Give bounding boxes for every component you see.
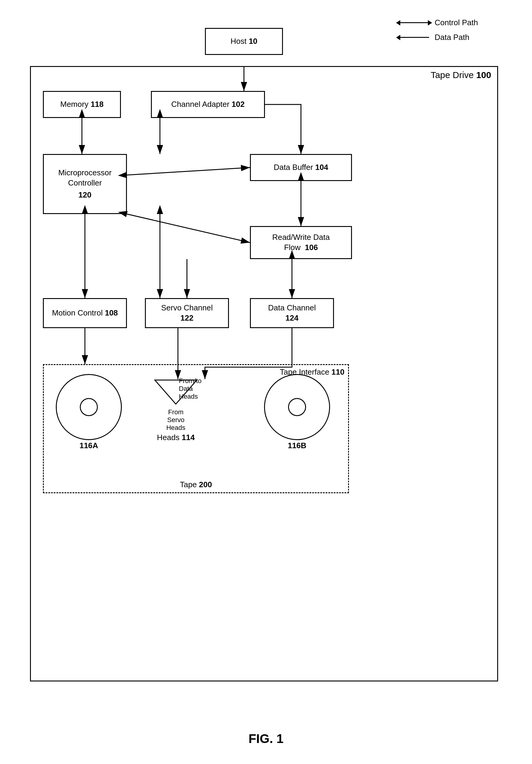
reel-b-label: 116B <box>288 441 306 450</box>
data-channel-label: Data Channel <box>268 303 316 313</box>
data-channel-box: Data Channel 124 <box>250 298 334 328</box>
heads-area: FromServoHeads From/toDataHeads Heads 11… <box>146 377 206 442</box>
tape-interface-box: Tape Interface 110 116A 116B <box>43 364 349 493</box>
tape-drive-label: Tape Drive 100 <box>431 70 491 80</box>
servo-channel-label: Servo Channel <box>161 303 213 313</box>
servo-channel-box: Servo Channel 122 <box>145 298 229 328</box>
svg-line-8 <box>127 214 250 243</box>
tape-drive-box: Tape Drive 100 Host 10 Memory 118 Channe… <box>30 66 498 681</box>
from-servo-label: FromServoHeads <box>146 408 206 432</box>
microprocessor-box: MicroprocessorController 120 <box>43 154 127 214</box>
reel-b-container: 116B <box>264 374 330 440</box>
servo-channel-number: 122 <box>161 313 213 323</box>
data-buffer-box: Data Buffer 104 <box>250 154 352 181</box>
legend-data-path: Data Path <box>399 33 478 42</box>
channel-adapter-box: Channel Adapter 102 <box>151 91 265 118</box>
microprocessor-label: MicroprocessorController <box>58 168 112 188</box>
rw-data-flow-box: Read/Write DataFlow 106 <box>250 226 352 259</box>
memory-box: Memory 118 <box>43 91 121 118</box>
rw-data-flow-label: Read/Write DataFlow <box>272 233 330 252</box>
motion-control-box: Motion Control 108 <box>43 298 127 328</box>
data-channel-number: 124 <box>268 313 316 323</box>
tape-label: Tape 200 <box>180 480 212 489</box>
host-box: Host 10 <box>205 28 283 55</box>
data-path-label: Data Path <box>435 33 469 42</box>
legend: Control Path Data Path <box>399 18 478 42</box>
reel-a-label: 116A <box>79 441 98 450</box>
fig-label: FIG. 1 <box>248 732 284 746</box>
data-path-arrow <box>399 37 429 38</box>
control-path-label: Control Path <box>435 18 478 27</box>
microprocessor-number: 120 <box>58 190 112 200</box>
page: Control Path Data Path Tape Drive 100 Ho… <box>0 0 532 764</box>
from-to-data-label: From/toDataHeads <box>179 377 201 400</box>
svg-line-6 <box>127 167 250 175</box>
heads-label: Heads 114 <box>146 433 206 442</box>
control-path-arrow <box>399 22 429 23</box>
legend-control-path: Control Path <box>399 18 478 27</box>
reel-a-container: 116A <box>56 374 122 440</box>
